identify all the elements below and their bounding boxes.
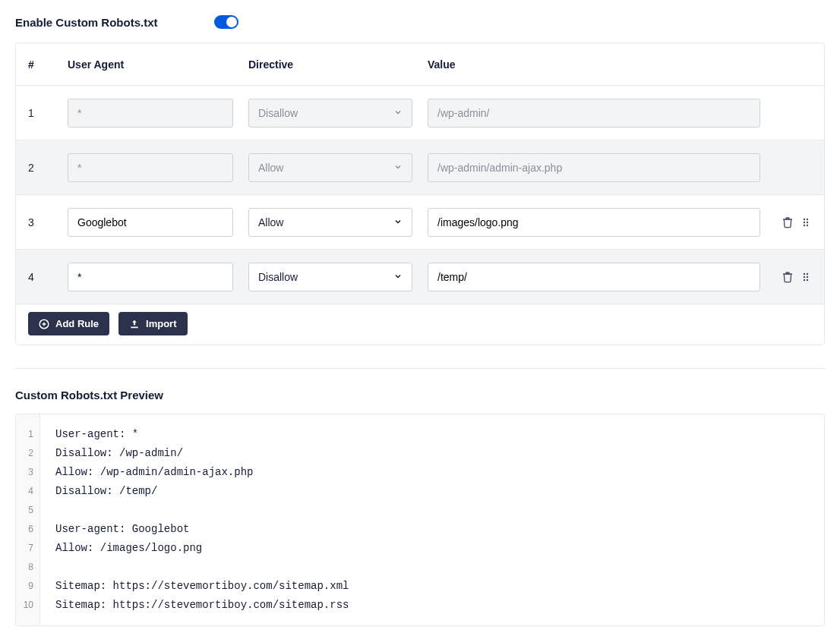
line-number: 8 [22, 558, 33, 577]
svg-point-1 [807, 218, 808, 219]
line-number: 10 [22, 596, 33, 615]
import-label: Import [146, 318, 176, 329]
table-row: 2Allow [16, 140, 824, 195]
line-number: 6 [22, 520, 33, 539]
header-value: Value [428, 58, 769, 71]
trash-icon[interactable] [782, 271, 794, 283]
drag-handle-icon[interactable] [800, 216, 812, 228]
chevron-down-icon [393, 162, 403, 174]
line-number: 9 [22, 577, 33, 596]
line-number: 3 [22, 463, 33, 482]
import-button[interactable]: Import [118, 312, 187, 335]
preview-box: 12345678910 User-agent: *Disallow: /wp-a… [15, 414, 825, 626]
svg-point-3 [807, 221, 808, 222]
line-number: 7 [22, 539, 33, 558]
svg-point-11 [807, 279, 808, 280]
rules-header-row: # User Agent Directive Value [16, 43, 824, 86]
row-num: 2 [28, 162, 68, 174]
directive-select[interactable]: Allow [248, 208, 412, 237]
chevron-down-icon [393, 216, 403, 228]
line-number: 5 [22, 501, 33, 520]
value-input [428, 153, 760, 182]
preview-label: Custom Robots.txt Preview [15, 389, 825, 401]
code-line: User-agent: Googlebot [55, 520, 809, 539]
svg-point-8 [804, 275, 805, 277]
user-agent-input[interactable] [68, 208, 233, 237]
svg-point-10 [804, 279, 805, 280]
row-actions [769, 216, 812, 228]
preview-code: User-agent: *Disallow: /wp-admin/Allow: … [40, 414, 824, 625]
table-row: 1Disallow [16, 86, 824, 140]
code-line: Allow: /images/logo.png [55, 539, 809, 558]
directive-select: Disallow [248, 99, 412, 128]
user-agent-input [68, 99, 233, 128]
enable-toggle[interactable] [214, 15, 238, 29]
header-num: # [28, 58, 68, 71]
enable-section: Enable Custom Robots.txt [15, 15, 825, 29]
add-rule-label: Add Rule [55, 318, 99, 329]
header-directive: Directive [248, 58, 428, 71]
code-line: Allow: /wp-admin/admin-ajax.php [55, 463, 809, 482]
directive-value: Allow [258, 162, 283, 174]
code-line: Sitemap: https://stevemortiboy.com/sitem… [55, 596, 809, 615]
upload-icon [129, 319, 140, 329]
value-input[interactable] [428, 208, 760, 237]
directive-value: Allow [258, 216, 283, 228]
chevron-down-icon [393, 107, 403, 119]
trash-icon[interactable] [782, 216, 794, 228]
header-user-agent: User Agent [68, 58, 248, 71]
directive-value: Disallow [258, 271, 298, 283]
line-number: 4 [22, 482, 33, 501]
code-line: Disallow: /temp/ [55, 482, 809, 501]
code-line: Disallow: /wp-admin/ [55, 444, 809, 463]
plus-circle-icon [39, 319, 49, 329]
row-actions [769, 271, 812, 283]
row-num: 3 [28, 216, 68, 228]
drag-handle-icon[interactable] [800, 271, 812, 283]
chevron-down-icon [393, 271, 403, 283]
line-number: 2 [22, 444, 33, 463]
directive-value: Disallow [258, 107, 298, 119]
rules-table: # User Agent Directive Value 1Disallow2A… [15, 43, 825, 345]
row-num: 1 [28, 107, 68, 119]
code-line: User-agent: * [55, 425, 809, 444]
table-row: 3Allow [16, 195, 824, 250]
value-input[interactable] [428, 263, 760, 291]
table-row: 4Disallow [16, 250, 824, 304]
svg-point-6 [804, 272, 805, 274]
directive-select: Allow [248, 153, 412, 182]
add-rule-button[interactable]: Add Rule [28, 312, 109, 335]
button-row: Add Rule Import [16, 304, 824, 345]
svg-point-7 [807, 272, 808, 274]
code-line: Sitemap: https://stevemortiboy.com/sitem… [55, 577, 809, 596]
line-number: 1 [22, 425, 33, 444]
preview-gutter: 12345678910 [16, 414, 40, 625]
value-input [428, 99, 760, 128]
svg-point-4 [804, 224, 805, 225]
svg-point-0 [804, 218, 805, 219]
svg-point-2 [804, 221, 805, 222]
code-line [55, 501, 809, 520]
user-agent-input [68, 153, 233, 182]
row-num: 4 [28, 271, 68, 283]
user-agent-input[interactable] [68, 263, 233, 291]
svg-point-5 [807, 224, 808, 225]
code-line [55, 558, 809, 577]
divider [15, 368, 825, 369]
svg-point-9 [807, 275, 808, 277]
directive-select[interactable]: Disallow [248, 263, 412, 291]
enable-label: Enable Custom Robots.txt [15, 16, 214, 29]
